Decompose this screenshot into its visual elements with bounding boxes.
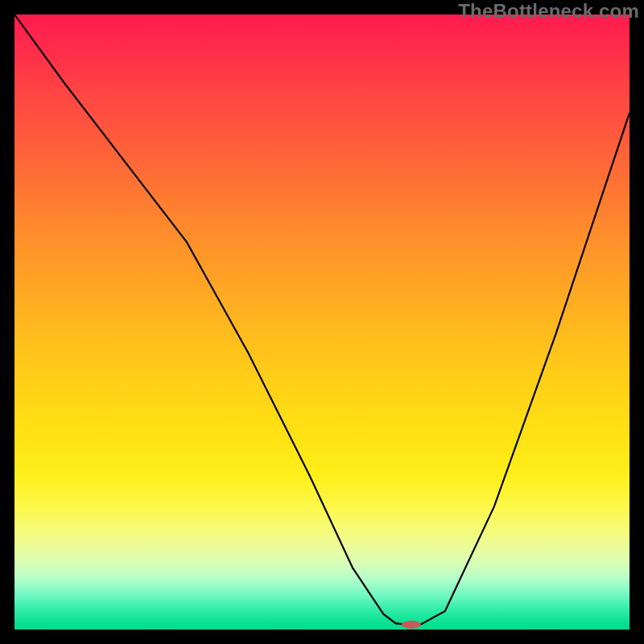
plot-area bbox=[14, 14, 630, 630]
curve-svg bbox=[14, 14, 630, 630]
watermark-text: TheBottleneck.com bbox=[458, 0, 639, 23]
chart-container: TheBottleneck.com bbox=[0, 0, 644, 644]
optimal-point-marker bbox=[402, 621, 421, 629]
bottleneck-curve bbox=[14, 14, 630, 625]
